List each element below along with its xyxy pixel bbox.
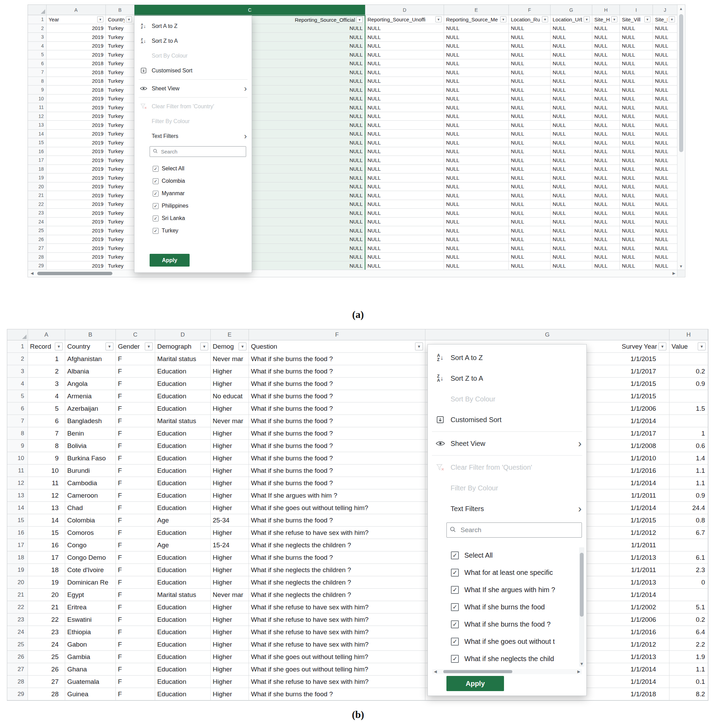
scroll-right-icon[interactable]: ▶ (670, 271, 678, 275)
cell-null[interactable]: NULL (551, 33, 592, 42)
cell-record[interactable]: 7 (28, 427, 65, 440)
scroll-track[interactable] (438, 669, 576, 674)
row-number[interactable]: 1 (28, 15, 47, 24)
filter-dropdown-icon[interactable]: ▾ (500, 16, 507, 23)
cell-question[interactable]: What if she burns the food ? (249, 353, 425, 365)
cell-null[interactable]: NULL (551, 191, 592, 200)
cell-null[interactable]: NULL (653, 244, 677, 253)
cell-country[interactable]: Turkey (106, 173, 135, 182)
cell-null[interactable]: NULL (366, 85, 444, 94)
cell-null[interactable]: NULL (653, 121, 677, 130)
row-number[interactable]: 3 (7, 365, 28, 378)
cell-null[interactable]: NULL (620, 121, 653, 130)
cell-gender[interactable]: F (116, 403, 155, 415)
row-number[interactable]: 27 (7, 663, 28, 676)
cell-country[interactable]: Dominican Re (65, 576, 116, 589)
cell-null[interactable]: NULL (366, 50, 444, 59)
column-letter-h[interactable]: H (669, 329, 708, 340)
checkbox-checked-icon[interactable]: ✓ (451, 638, 459, 646)
cell-null[interactable]: NULL (509, 59, 551, 68)
column-letter-j[interactable]: J (653, 5, 677, 15)
cell-null[interactable]: NULL (509, 244, 551, 253)
filter-option[interactable]: ✓ What for at least one specific (428, 564, 577, 581)
cell-country[interactable]: Turkey (106, 200, 135, 209)
cell-question[interactable]: What if she burns the food ? (249, 452, 425, 465)
header-gender[interactable]: Gender▾ (116, 340, 155, 353)
cell-demographics-type[interactable]: Education (155, 527, 211, 539)
scroll-track[interactable] (36, 270, 670, 277)
cell-null[interactable]: NULL (366, 112, 444, 121)
row-number[interactable]: 20 (28, 182, 47, 191)
cell-null[interactable]: NULL (620, 85, 653, 94)
cell-question[interactable]: What if she burns the food ? (249, 465, 425, 477)
cell-null[interactable]: NULL (653, 200, 677, 209)
row-number[interactable]: 26 (7, 651, 28, 663)
cell-gender[interactable]: F (116, 527, 155, 539)
cell-null[interactable]: NULL (444, 24, 509, 33)
cell-demographics-value[interactable]: Higher (211, 465, 249, 477)
checkbox-checked-icon[interactable]: ✓ (153, 166, 159, 172)
menu-item-sort-z-to-a[interactable]: ZA↓ Sort Z to A (428, 368, 586, 389)
cell-question[interactable]: What if she neglects the children ? (249, 539, 425, 552)
filter-dropdown-icon[interactable]: ▾ (435, 16, 441, 23)
cell-gender[interactable]: F (116, 415, 155, 427)
cell-year[interactable]: 2019 (47, 94, 106, 103)
header-value[interactable]: Value▾ (669, 340, 708, 353)
cell-null[interactable]: NULL (653, 253, 677, 262)
cell-null[interactable]: NULL (592, 165, 620, 174)
filter-dropdown-icon[interactable]: ▾ (356, 17, 363, 23)
cell-null[interactable]: NULL (551, 209, 592, 217)
apply-button[interactable]: Apply (150, 254, 190, 267)
cell-null[interactable]: NULL (620, 173, 653, 182)
row-number[interactable]: 14 (28, 130, 47, 138)
cell-null[interactable]: NULL (509, 77, 551, 86)
cell-demographics-type[interactable]: Education (155, 614, 211, 626)
cell-country[interactable]: Azerbaijan (65, 403, 116, 415)
cell-null[interactable]: NULL (444, 50, 509, 59)
cell-year[interactable]: 2019 (47, 217, 106, 226)
column-letter-e[interactable]: E (444, 5, 509, 15)
cell-demographics-value[interactable]: Higher (211, 477, 249, 489)
cell-null[interactable]: NULL (620, 33, 653, 42)
cell-country[interactable]: Gambia (65, 651, 116, 663)
cell-null[interactable]: NULL (592, 59, 620, 68)
column-letter-d[interactable]: D (155, 329, 211, 340)
cell-null[interactable]: NULL (509, 42, 551, 51)
checkbox-checked-icon[interactable]: ✓ (451, 552, 459, 559)
cell-null[interactable]: NULL (592, 147, 620, 156)
cell-year[interactable]: 2019 (47, 200, 106, 209)
cell-null[interactable]: NULL (551, 182, 592, 191)
cell-null[interactable]: NULL (509, 253, 551, 262)
cell-null[interactable]: NULL (366, 253, 444, 262)
cell-gender[interactable]: F (116, 601, 155, 614)
cell-value[interactable]: 0.6 (669, 440, 708, 452)
cell-null[interactable]: NULL (592, 33, 620, 42)
cell-null[interactable]: NULL (444, 121, 509, 130)
row-number[interactable]: 25 (28, 226, 47, 235)
header-demographics-value[interactable]: Demog▾ (211, 340, 249, 353)
filter-dropdown-icon[interactable]: ▾ (238, 342, 246, 350)
cell-value[interactable]: 1.4 (669, 452, 708, 465)
cell-null[interactable]: NULL (551, 235, 592, 244)
row-number[interactable]: 8 (28, 77, 47, 86)
row-number[interactable]: 8 (7, 427, 28, 440)
cell-gender[interactable]: F (116, 614, 155, 626)
cell-null[interactable]: NULL (653, 68, 677, 77)
cell-null[interactable]: NULL (366, 191, 444, 200)
cell-null[interactable]: NULL (620, 130, 653, 138)
cell-country[interactable]: Congo Demo (65, 552, 116, 564)
cell-null[interactable]: NULL (444, 156, 509, 165)
cell-demographics-type[interactable]: Marital status (155, 353, 211, 365)
cell-record[interactable]: 11 (28, 477, 65, 489)
cell-demographics-type[interactable]: Education (155, 365, 211, 378)
menu-item-sheet-view[interactable]: Sheet View › (135, 81, 252, 96)
cell-value[interactable]: 2.3 (669, 564, 708, 576)
cell-null[interactable]: NULL (444, 42, 509, 51)
cell-null[interactable]: NULL (551, 68, 592, 77)
row-number[interactable]: 7 (28, 68, 47, 77)
row-number[interactable]: 3 (28, 33, 47, 42)
cell-record[interactable]: 4 (28, 390, 65, 403)
cell-question[interactable]: What if she burns the food ? (249, 440, 425, 452)
row-number[interactable]: 28 (7, 676, 28, 688)
cell-country[interactable]: Bolivia (65, 440, 116, 452)
